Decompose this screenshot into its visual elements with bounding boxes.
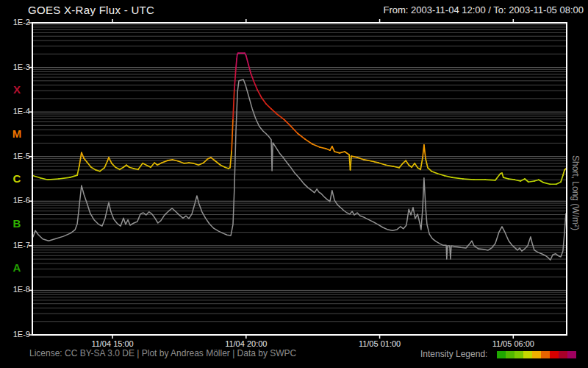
legend-color-swatch <box>541 351 550 358</box>
flux-class-label-b: B <box>8 217 26 230</box>
x-axis-label: 11/04 15:00 <box>79 339 146 348</box>
y-axis-label: 1E-5 <box>1 152 30 160</box>
legend-color-swatch <box>506 351 514 358</box>
license-credits: License: CC BY-SA 3.0 DE | Plot by Andre… <box>29 348 296 358</box>
y-axis-label: 1E-7 <box>1 241 30 250</box>
right-axis-label: Short, Long (W/m²) <box>570 155 581 230</box>
y-axis-label: 1E-6 <box>1 196 30 205</box>
intensity-legend-label: Intensity Legend: <box>420 349 487 359</box>
legend-color-swatch <box>523 351 532 358</box>
flux-class-label-a: A <box>8 261 26 274</box>
y-axis-label: 1E-2 <box>1 18 30 26</box>
x-axis-label: 11/04 20:00 <box>213 339 279 348</box>
y-axis-label: 1E-4 <box>1 107 30 116</box>
legend-color-swatch <box>550 351 559 358</box>
x-axis-label: 11/05 06:00 <box>480 339 546 348</box>
y-axis-label: 1E-3 <box>1 63 30 71</box>
legend-color-swatch <box>514 351 523 358</box>
xray-flux-plot <box>0 0 588 368</box>
goes-xray-flux-window: GOES X-Ray Flux - UTC From: 2003-11-04 1… <box>0 0 588 368</box>
legend-color-swatch <box>567 351 576 358</box>
intensity-legend-colorbar <box>497 351 576 358</box>
x-axis-label: 11/05 01:00 <box>347 339 413 348</box>
flux-class-label-x: X <box>8 83 26 96</box>
y-axis-label: 1E-9 <box>1 330 30 339</box>
legend-color-swatch <box>532 351 541 358</box>
grid-lines <box>32 25 567 322</box>
legend-color-swatch <box>497 351 506 358</box>
flux-class-label-c: C <box>8 172 26 185</box>
legend-color-swatch <box>559 351 567 358</box>
flux-class-label-m: M <box>8 127 26 140</box>
y-axis-label: 1E-8 <box>1 285 30 294</box>
